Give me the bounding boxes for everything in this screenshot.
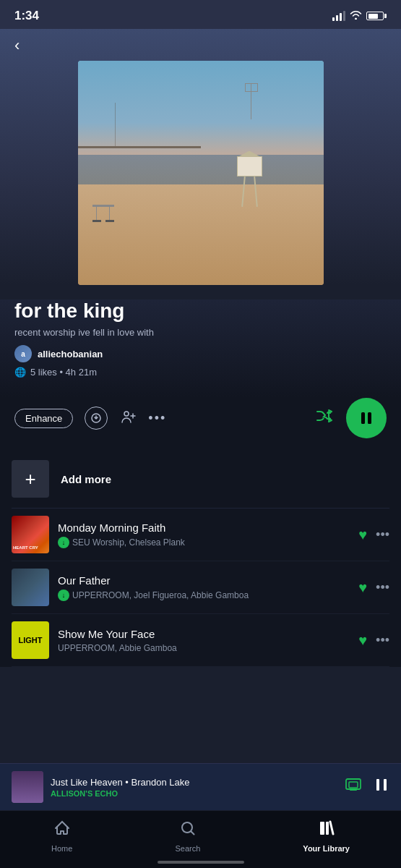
swings xyxy=(92,205,114,222)
svg-point-1 xyxy=(124,412,129,416)
globe-icon: 🌐 xyxy=(14,367,26,378)
track-thumbnail xyxy=(12,621,49,659)
table-row: Monday Morning Faith SEU Worship, Chelse… xyxy=(12,509,389,561)
track-more-button[interactable]: ••• xyxy=(376,633,389,648)
now-playing-thumbnail xyxy=(12,771,43,803)
svg-rect-3 xyxy=(368,412,371,424)
avatar: a xyxy=(14,345,32,362)
author-name[interactable]: alliechobanian xyxy=(38,349,103,359)
download-indicator xyxy=(58,537,69,548)
status-icons xyxy=(332,10,387,22)
add-more-label: Add more xyxy=(61,473,111,485)
track-more-button[interactable]: ••• xyxy=(376,580,389,595)
status-bar: 1:34 xyxy=(0,0,401,29)
author-row: a alliechobanian xyxy=(14,345,387,362)
track-name: Show Me Your Face xyxy=(58,628,350,640)
track-artists: SEU Worship, Chelsea Plank xyxy=(58,537,350,548)
track-name: Our Father xyxy=(58,574,350,587)
now-playing-controls xyxy=(345,776,389,798)
now-playing-bar[interactable]: Just Like Heaven • Brandon Lake ALLISON'… xyxy=(0,763,401,810)
track-artists: UPPERROOM, Joel Figueroa, Abbie Gamboa xyxy=(58,590,350,601)
nav-search-label: Search xyxy=(175,844,200,853)
download-button[interactable] xyxy=(85,407,108,430)
shuffle-button[interactable] xyxy=(316,408,335,428)
track-list: + Add more Monday Morning Faith SEU Wors… xyxy=(0,450,401,667)
now-playing-pause-button[interactable] xyxy=(374,777,389,797)
track-info: Show Me Your Face UPPERROOM, Abbie Gambo… xyxy=(58,628,350,653)
svg-rect-10 xyxy=(326,822,329,835)
svg-rect-9 xyxy=(320,822,324,835)
svg-rect-6 xyxy=(376,779,379,791)
track-info: Monday Morning Faith SEU Worship, Chelse… xyxy=(58,522,350,548)
signal-icon xyxy=(332,11,345,21)
table-row: Our Father UPPERROOM, Joel Figueroa, Abb… xyxy=(12,561,389,614)
add-user-button[interactable] xyxy=(119,408,137,429)
home-indicator xyxy=(158,861,244,864)
nav-library[interactable]: Your Library xyxy=(303,820,350,853)
track-info: Our Father UPPERROOM, Joel Figueroa, Abb… xyxy=(58,574,350,601)
bottom-navigation: Home Search Your Library xyxy=(0,810,401,868)
playlist-description: recent worship ive fell in love with xyxy=(14,327,387,338)
like-button[interactable]: ♥ xyxy=(358,579,367,596)
nav-search[interactable]: Search xyxy=(175,820,200,853)
more-options-button[interactable]: ••• xyxy=(148,411,166,426)
now-playing-artist: ALLISON'S ECHO xyxy=(51,789,337,798)
wifi-icon xyxy=(350,10,362,22)
svg-rect-2 xyxy=(361,412,365,424)
meta-text: 5 likes • 4h 21m xyxy=(30,367,97,378)
battery-icon xyxy=(366,12,387,20)
track-actions: ♥ ••• xyxy=(358,632,389,649)
add-more-row[interactable]: + Add more xyxy=(12,450,389,509)
track-actions: ♥ ••• xyxy=(358,579,389,596)
track-thumbnail xyxy=(12,516,49,553)
cast-device-icon[interactable] xyxy=(345,776,362,798)
nav-library-label: Your Library xyxy=(303,844,350,853)
nav-home-label: Home xyxy=(51,844,72,853)
antenna xyxy=(251,83,251,119)
add-more-icon: + xyxy=(12,460,49,498)
like-button[interactable]: ♥ xyxy=(358,632,367,649)
like-button[interactable]: ♥ xyxy=(358,527,367,543)
hero-section: ‹ xyxy=(0,29,401,285)
track-name: Monday Morning Faith xyxy=(58,522,350,534)
lifeguard-tower xyxy=(237,156,266,207)
library-icon xyxy=(318,820,335,841)
enhance-button[interactable]: Enhance xyxy=(14,409,73,428)
track-more-button[interactable]: ••• xyxy=(376,527,389,542)
download-indicator xyxy=(58,590,69,601)
pause-button[interactable] xyxy=(346,398,387,438)
playlist-info: for the king recent worship ive fell in … xyxy=(0,299,401,398)
svg-rect-5 xyxy=(349,782,358,788)
svg-rect-7 xyxy=(384,779,387,791)
home-icon xyxy=(53,820,71,841)
search-icon xyxy=(179,820,197,841)
track-thumbnail xyxy=(12,569,49,606)
controls-row: Enhance ••• xyxy=(0,398,401,450)
album-art xyxy=(78,61,324,285)
track-artists: UPPERROOM, Abbie Gamboa xyxy=(58,643,350,653)
now-playing-info: Just Like Heaven • Brandon Lake ALLISON'… xyxy=(51,777,337,798)
meta-row: 🌐 5 likes • 4h 21m xyxy=(14,367,387,378)
track-actions: ♥ ••• xyxy=(358,527,389,543)
back-button[interactable]: ‹ xyxy=(14,36,20,55)
playlist-title: for the king xyxy=(14,299,387,323)
now-playing-title: Just Like Heaven • Brandon Lake xyxy=(51,777,337,788)
nav-home[interactable]: Home xyxy=(51,820,72,853)
status-time: 1:34 xyxy=(14,9,39,23)
table-row: Show Me Your Face UPPERROOM, Abbie Gambo… xyxy=(12,614,389,667)
